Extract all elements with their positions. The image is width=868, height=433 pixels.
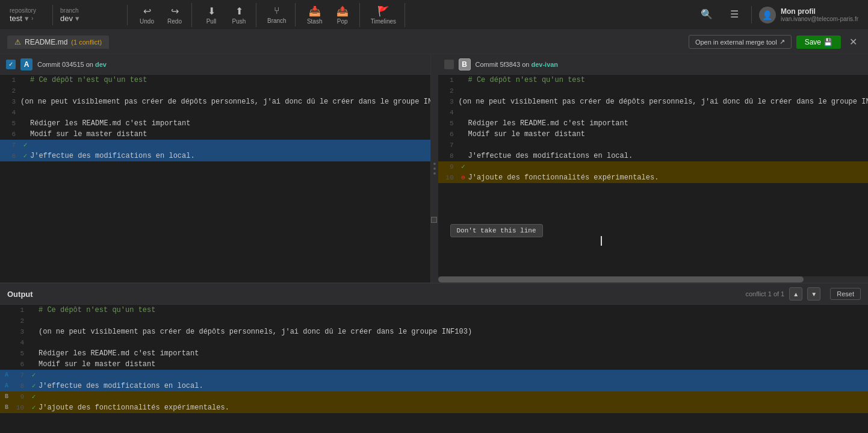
- diff-line-a-4: 4: [0, 107, 430, 118]
- open-external-button[interactable]: Open in external merge tool ↗: [689, 35, 792, 49]
- branch-chevron-icon: ▾: [75, 14, 79, 23]
- stash-button[interactable]: 📥 Stash: [302, 3, 328, 27]
- diff-line-a-5: 5 Rédiger les README.md c'est important: [0, 118, 430, 129]
- save-button[interactable]: Save 💾: [796, 36, 841, 49]
- pull-button[interactable]: ⬇ Pull: [198, 3, 225, 27]
- diff-line-a-3: 3 (on ne peut visiblement pas créer de d…: [0, 96, 430, 107]
- branch-button[interactable]: ⑂ Branch: [262, 3, 291, 26]
- external-link-icon: ↗: [780, 38, 785, 46]
- file-tab[interactable]: ⚠ README.md (1 conflict): [7, 36, 109, 49]
- pull-push-group: ⬇ Pull ⬆ Push: [194, 3, 256, 27]
- diff-header-a: ✓ A Commit 034515 on dev: [0, 54, 430, 75]
- pull-label: Pull: [206, 18, 217, 25]
- search-icon: 🔍: [701, 8, 713, 20]
- side-b-label-9: B: [2, 391, 11, 402]
- undo-button[interactable]: ↩ Undo: [134, 3, 160, 27]
- diff-line-b-4: 4: [438, 107, 869, 118]
- redo-button[interactable]: ↪ Redo: [161, 3, 188, 27]
- diff-line-b-2: 2: [438, 86, 869, 96]
- diff-line-b-1: 1 # Ce dépôt n'est qu'un test: [438, 75, 869, 86]
- output-line-4: 4: [0, 337, 868, 348]
- side-b-label-10: B: [2, 402, 11, 413]
- save-label: Save: [805, 38, 821, 46]
- side-a-label-7: A: [2, 370, 11, 381]
- timelines-button[interactable]: 🚩 Timelines: [366, 3, 401, 27]
- minus-icon-b10: ⊖: [459, 172, 468, 183]
- menu-button[interactable]: ☰: [721, 6, 748, 23]
- profile-area[interactable]: 👤 Mon profil ivan.ivanov@telecom-paris.f…: [754, 7, 863, 23]
- commit-b-text: Commit 5f3843 on dev-ivan: [476, 61, 559, 68]
- conflict-label: conflict 1 of 1: [745, 290, 784, 297]
- prev-conflict-button[interactable]: ▲: [789, 287, 802, 301]
- diff-line-b-8: 8 J'effectue des modifications en local.: [438, 151, 869, 161]
- divider-marker: [431, 217, 437, 223]
- branch-b-name: dev-ivan: [531, 61, 558, 68]
- branch-btn-label: Branch: [267, 17, 287, 24]
- dont-take-tooltip: Don't take this line: [450, 224, 543, 237]
- output-line-10: B 10 ✓ J'ajoute des fonctionnalités expé…: [0, 402, 868, 413]
- warning-icon: ⚠: [14, 38, 21, 46]
- scrollbar-b[interactable]: [438, 276, 869, 282]
- stash-pop-group: 📥 Stash 📤 Pop: [298, 3, 360, 27]
- timelines-label: Timelines: [371, 18, 396, 25]
- branch-icon: ⑂: [274, 5, 280, 16]
- file-tab-actions: Open in external merge tool ↗ Save 💾 ✕: [689, 35, 861, 49]
- pop-button[interactable]: 📤 Pop: [329, 3, 356, 27]
- diff-line-a-7[interactable]: 7 ✓: [0, 140, 430, 151]
- diff-line-b-6: 6 Modif sur le master distant: [438, 129, 869, 140]
- search-button[interactable]: 🔍: [693, 6, 720, 23]
- diff-line-b-7: 7: [438, 140, 869, 151]
- profile-name: Mon profil: [781, 7, 858, 16]
- repo-label: repository: [10, 7, 48, 14]
- next-conflict-button[interactable]: ▼: [807, 287, 820, 301]
- check-icon-b9: ✓: [459, 161, 468, 172]
- output-line-3: 3 (on ne peut visiblement pas créer de d…: [0, 326, 868, 337]
- diff-pane-b: B Commit 5f3843 on dev-ivan 1 # Ce dépôt…: [438, 54, 869, 282]
- search-menu-group: 🔍 ☰: [690, 6, 752, 23]
- push-button[interactable]: ⬆ Push: [226, 3, 252, 27]
- output-title: Output: [7, 290, 33, 299]
- close-button[interactable]: ✕: [846, 35, 861, 49]
- commit-a-text: Commit 034515 on dev: [37, 61, 107, 68]
- push-label: Push: [232, 18, 246, 25]
- output-line-2: 2: [0, 316, 868, 326]
- diff-line-a-1: 1 # Ce dépôt n'est qu'un test: [0, 75, 430, 86]
- file-tab-bar: ⚠ README.md (1 conflict) Open in externa…: [0, 30, 868, 54]
- diff-line-a-8[interactable]: 8 ✓ J'effectue des modifications en loca…: [0, 151, 430, 161]
- undo-redo-group: ↩ Undo ↪ Redo: [130, 3, 192, 27]
- push-icon: ⬆: [235, 5, 243, 17]
- diff-line-b-10[interactable]: 10 ⊖ J'ajoute des fonctionnalités expéri…: [438, 172, 869, 183]
- avatar: 👤: [759, 7, 776, 23]
- check-output-10: ✓: [29, 402, 39, 413]
- output-line-9: B 9 ✓: [0, 391, 868, 402]
- pane-a-checkbox[interactable]: ✓: [6, 60, 16, 69]
- repo-forward-icon: ›: [31, 15, 33, 22]
- undo-icon: ↩: [143, 5, 151, 17]
- check-icon-a7: ✓: [20, 140, 30, 151]
- side-a-label-8: A: [2, 381, 11, 391]
- cursor-indicator: [601, 236, 602, 246]
- output-line-8: A 8 ✓ J'effectue des modifications en lo…: [0, 381, 868, 391]
- diff-line-b-9[interactable]: 9 ✓: [438, 161, 869, 172]
- check-icon-a8: ✓: [20, 151, 30, 161]
- toolbar: repository test ▾ › branch dev ▾ ↩ Undo …: [0, 0, 868, 30]
- output-line-7: A 7 ✓: [0, 370, 868, 381]
- check-output-8: ✓: [29, 381, 39, 391]
- branch-selector[interactable]: branch dev ▾: [55, 5, 128, 25]
- close-icon: ✕: [849, 37, 857, 47]
- badge-b: B: [459, 58, 471, 70]
- repo-name: test: [10, 14, 22, 23]
- timelines-icon: 🚩: [377, 5, 389, 17]
- pane-b-checkbox[interactable]: [444, 60, 454, 69]
- scroll-thumb-b[interactable]: [438, 276, 804, 282]
- branch-value-row: dev ▾: [60, 14, 79, 23]
- pop-label: Pop: [337, 18, 348, 25]
- check-output-7: ✓: [29, 370, 39, 381]
- output-line-5: 5 Rédiger les README.md c'est important: [0, 348, 868, 359]
- pane-divider: [431, 54, 438, 282]
- diff-container: ✓ A Commit 034515 on dev 1 # Ce dépôt n'…: [0, 54, 868, 283]
- external-label: Open in external merge tool: [695, 39, 777, 46]
- conflict-count: (1 conflict): [71, 39, 102, 46]
- repo-selector[interactable]: repository test ▾ ›: [5, 5, 53, 25]
- reset-button[interactable]: Reset: [830, 288, 861, 300]
